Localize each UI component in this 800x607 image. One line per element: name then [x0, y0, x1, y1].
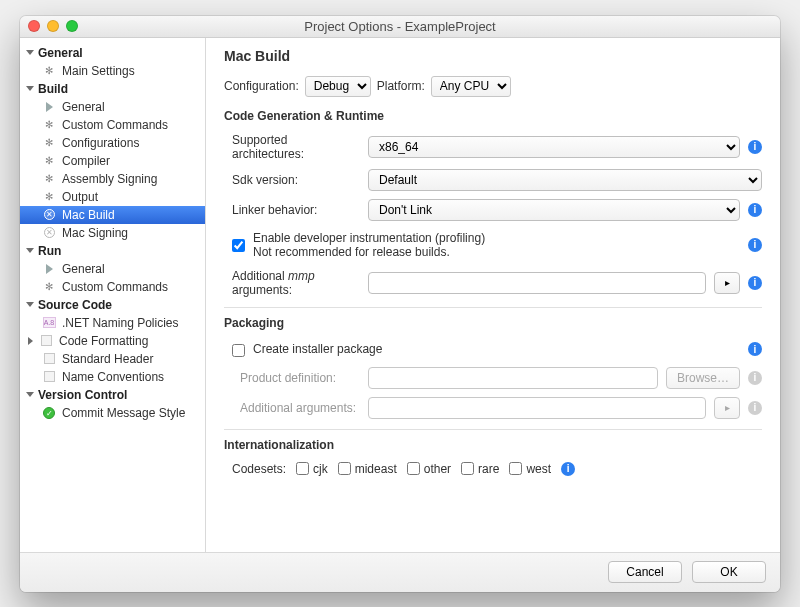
sidebar-item-configurations[interactable]: ✻ Configurations	[20, 134, 205, 152]
gear-icon: ✻	[42, 280, 56, 294]
row-linker-behavior: Linker behavior: Don't Link i	[224, 199, 762, 221]
codeset-cjk[interactable]: cjk	[296, 462, 328, 476]
profiling-label: Enable developer instrumentation (profil…	[253, 231, 485, 259]
gear-icon: ✻	[42, 136, 56, 150]
info-icon[interactable]: i	[748, 276, 762, 290]
info-icon: i	[748, 401, 762, 415]
row-mmp-arguments: Additional mmp arguments: ▸ i	[224, 269, 762, 297]
row-supported-architectures: Supported architectures: x86_64 i	[224, 133, 762, 161]
sidebar-item-output[interactable]: ✻ Output	[20, 188, 205, 206]
gear-icon: ✻	[42, 190, 56, 204]
row-product-definition: Product definition: Browse… i	[224, 367, 762, 389]
sidebar-item-code-formatting[interactable]: Code Formatting	[20, 332, 205, 350]
packaging-additional-args-label: Additional arguments:	[224, 401, 360, 415]
arch-select[interactable]: x86_64	[368, 136, 740, 158]
section-internationalization: Internationalization	[224, 429, 762, 452]
profiling-checkbox[interactable]	[232, 239, 245, 252]
sidebar-item-mac-build[interactable]: ✕ Mac Build	[20, 206, 205, 224]
codeset-other-checkbox[interactable]	[407, 462, 420, 475]
sidebar-group-version-control[interactable]: Version Control	[20, 386, 205, 404]
codeset-other[interactable]: other	[407, 462, 451, 476]
info-icon[interactable]: i	[561, 462, 575, 476]
section-code-generation: Code Generation & Runtime	[224, 109, 762, 123]
row-packaging-additional-args: Additional arguments: ▸ i	[224, 397, 762, 419]
sidebar-group-source-code[interactable]: Source Code	[20, 296, 205, 314]
gear-icon: ✻	[42, 154, 56, 168]
sidebar-item-name-conventions[interactable]: Name Conventions	[20, 368, 205, 386]
check-circle-icon: ✓	[42, 406, 56, 420]
sidebar-item-label: Standard Header	[62, 350, 153, 368]
sidebar-item-label: Commit Message Style	[62, 404, 185, 422]
codeset-mideast[interactable]: mideast	[338, 462, 397, 476]
row-codesets: Codesets: cjk mideast other rare west i	[224, 462, 762, 476]
content-pane: Mac Build Configuration: Debug Platform:…	[206, 38, 780, 552]
sidebar-item-mac-signing[interactable]: ✕ Mac Signing	[20, 224, 205, 242]
window-title: Project Options - ExampleProject	[20, 19, 780, 34]
arch-label: Supported architectures:	[224, 133, 360, 161]
browse-button: Browse…	[666, 367, 740, 389]
mmp-input[interactable]	[368, 272, 706, 294]
row-create-installer: Create installer package i	[224, 342, 762, 357]
play-icon	[42, 262, 56, 276]
info-icon: i	[748, 371, 762, 385]
sidebar-item-label: Compiler	[62, 152, 110, 170]
packaging-args-expand-button: ▸	[714, 397, 740, 419]
codeset-cjk-checkbox[interactable]	[296, 462, 309, 475]
sdk-select[interactable]: Default	[368, 169, 762, 191]
sidebar-item-label: Name Conventions	[62, 368, 164, 386]
sidebar-group-label: Source Code	[38, 298, 112, 312]
a8-icon: A.8	[42, 316, 56, 330]
codeset-west-checkbox[interactable]	[509, 462, 522, 475]
sidebar-group-run[interactable]: Run	[20, 242, 205, 260]
sidebar-item-label: Custom Commands	[62, 116, 168, 134]
project-options-window: Project Options - ExampleProject General…	[20, 16, 780, 592]
linker-select[interactable]: Don't Link	[368, 199, 740, 221]
sidebar-group-general[interactable]: General	[20, 44, 205, 62]
sidebar-item-label: Main Settings	[62, 62, 135, 80]
document-icon	[42, 370, 56, 384]
info-icon[interactable]: i	[748, 203, 762, 217]
sidebar-item-label: Configurations	[62, 134, 139, 152]
sidebar-item-commit-message-style[interactable]: ✓ Commit Message Style	[20, 404, 205, 422]
sdk-label: Sdk version:	[224, 173, 360, 187]
info-icon[interactable]: i	[748, 342, 762, 356]
sidebar-item-run-custom-commands[interactable]: ✻ Custom Commands	[20, 278, 205, 296]
sidebar-item-main-settings[interactable]: ✻ Main Settings	[20, 62, 205, 80]
configuration-select[interactable]: Debug	[305, 76, 371, 97]
sidebar-item-naming-policies[interactable]: A.8 .NET Naming Policies	[20, 314, 205, 332]
mmp-label: Additional mmp arguments:	[224, 269, 360, 297]
sidebar-item-custom-commands[interactable]: ✻ Custom Commands	[20, 116, 205, 134]
circle-x-icon: ✕	[42, 226, 56, 240]
config-row: Configuration: Debug Platform: Any CPU	[224, 76, 762, 97]
info-icon[interactable]: i	[748, 140, 762, 154]
document-icon	[39, 334, 53, 348]
sidebar-item-run-general[interactable]: General	[20, 260, 205, 278]
mmp-expand-button[interactable]: ▸	[714, 272, 740, 294]
codeset-mideast-checkbox[interactable]	[338, 462, 351, 475]
sidebar-item-assembly-signing[interactable]: ✻ Assembly Signing	[20, 170, 205, 188]
platform-select[interactable]: Any CPU	[431, 76, 511, 97]
info-icon[interactable]: i	[748, 238, 762, 252]
sidebar-item-label: Mac Signing	[62, 224, 128, 242]
sidebar-item-compiler[interactable]: ✻ Compiler	[20, 152, 205, 170]
sidebar-group-label: Build	[38, 82, 68, 96]
footer: Cancel OK	[20, 552, 780, 592]
sidebar-group-label: General	[38, 46, 83, 60]
codeset-rare[interactable]: rare	[461, 462, 499, 476]
cancel-button[interactable]: Cancel	[608, 561, 682, 583]
codeset-rare-checkbox[interactable]	[461, 462, 474, 475]
chevron-down-icon	[26, 248, 34, 253]
chevron-down-icon	[26, 392, 34, 397]
sidebar-item-build-general[interactable]: General	[20, 98, 205, 116]
product-definition-input	[368, 367, 658, 389]
sidebar-group-build[interactable]: Build	[20, 80, 205, 98]
titlebar: Project Options - ExampleProject	[20, 16, 780, 38]
ok-button[interactable]: OK	[692, 561, 766, 583]
codeset-west[interactable]: west	[509, 462, 551, 476]
sidebar-item-standard-header[interactable]: Standard Header	[20, 350, 205, 368]
sidebar-item-label: Custom Commands	[62, 278, 168, 296]
create-installer-checkbox[interactable]	[232, 344, 245, 357]
sidebar-group-label: Run	[38, 244, 61, 258]
sidebar-item-label: Mac Build	[62, 206, 115, 224]
chevron-down-icon	[26, 302, 34, 307]
